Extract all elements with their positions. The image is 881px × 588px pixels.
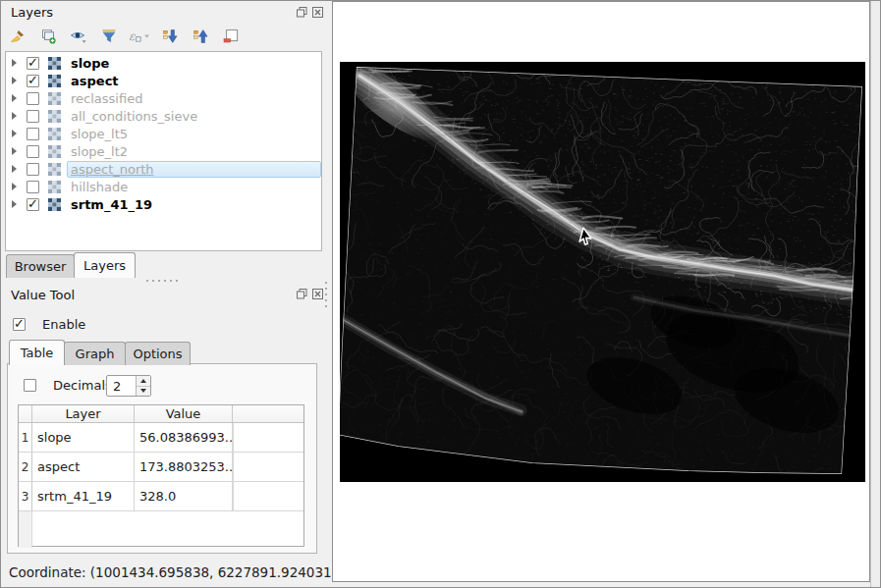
decimals-spinbox[interactable]: 2 <box>106 375 151 397</box>
brush-icon <box>9 28 27 44</box>
filter-by-expression-button[interactable]: ε <box>129 27 150 46</box>
tab-label: Options <box>133 347 182 361</box>
raster-layer-icon <box>48 92 61 105</box>
expander-icon[interactable] <box>12 77 17 84</box>
tab-options[interactable]: Options <box>125 342 191 365</box>
layer-label[interactable]: slope_lt5 <box>71 127 128 141</box>
enable-label: Enable <box>42 317 85 332</box>
layer-cell: srtm_41_19 <box>32 482 135 510</box>
layer-item-slope[interactable]: slope <box>6 54 321 72</box>
enable-checkbox[interactable] <box>13 318 26 331</box>
table-row: 1slope56.08386993... <box>19 423 303 453</box>
value-cell: 173.8803253... <box>135 453 233 481</box>
expander-icon[interactable] <box>12 147 17 155</box>
layer-label[interactable]: all_conditions_sieve <box>71 109 197 124</box>
value-table: Layer Value 1slope56.08386993...2aspect1… <box>18 404 304 547</box>
float-icon[interactable] <box>296 288 308 300</box>
layer-label[interactable]: slope_lt2 <box>71 144 128 159</box>
layer-tree: slope aspect reclassified all_conditions… <box>5 51 322 251</box>
layers-panel-title: Layers <box>11 5 53 20</box>
layer-cell: slope <box>32 423 135 452</box>
raster-layer-icon <box>48 57 61 70</box>
expander-icon[interactable] <box>12 183 17 190</box>
epsilon-icon: ε <box>128 28 151 44</box>
filter-legend-button[interactable] <box>98 27 120 46</box>
map-canvas[interactable] <box>332 1 870 582</box>
table-row: 3srtm_41_19328.0 <box>19 482 303 511</box>
remove-layer-button[interactable] <box>220 27 242 46</box>
table-row: 2aspect173.8803253... <box>19 453 303 482</box>
layer-item-aspect_north[interactable]: aspect_north <box>6 160 321 178</box>
layers-toolbar: ε <box>7 26 242 47</box>
close-icon[interactable] <box>311 6 324 19</box>
layer-item-srtm_41_19[interactable]: srtm_41_19 <box>6 195 321 213</box>
column-header-layer[interactable]: Layer <box>32 405 135 422</box>
close-icon[interactable] <box>311 288 324 300</box>
layer-visibility-checkbox[interactable] <box>27 163 39 176</box>
expand-all-button[interactable] <box>159 27 181 46</box>
layer-visibility-checkbox[interactable] <box>27 128 39 140</box>
layer-visibility-checkbox[interactable] <box>27 57 39 70</box>
decimals-checkbox[interactable] <box>24 379 36 392</box>
layer-item-slope_lt5[interactable]: slope_lt5 <box>6 125 321 142</box>
dock-splitter-handle[interactable] <box>325 282 327 307</box>
layer-label[interactable]: reclassified <box>71 91 142 106</box>
expander-icon[interactable] <box>12 94 17 102</box>
expander-icon[interactable] <box>12 130 17 137</box>
tab-table[interactable]: Table <box>9 340 65 365</box>
decimals-value: 2 <box>107 376 136 396</box>
expand-all-icon <box>162 28 179 44</box>
layer-item-reclassified[interactable]: reclassified <box>6 89 321 107</box>
tab-graph[interactable]: Graph <box>64 342 126 365</box>
raster-layer-icon <box>48 145 61 158</box>
expander-icon[interactable] <box>12 200 17 208</box>
layer-visibility-checkbox[interactable] <box>27 198 39 211</box>
expander-icon[interactable] <box>12 59 17 67</box>
tab-label: Graph <box>76 347 115 361</box>
value-cell: 328.0 <box>135 482 233 510</box>
layer-label[interactable]: slope <box>71 56 109 71</box>
layer-item-aspect[interactable]: aspect <box>6 72 321 89</box>
spin-down-icon[interactable] <box>137 386 150 397</box>
value-tool-tabbar: TableGraphOptions <box>9 340 191 365</box>
add-group-button[interactable] <box>37 27 59 46</box>
layer-item-slope_lt2[interactable]: slope_lt2 <box>6 142 321 160</box>
coordinate-status: Coordinate: (1001434.695838, 6227891.924… <box>9 561 337 583</box>
float-icon[interactable] <box>296 6 308 19</box>
expander-icon[interactable] <box>12 165 17 173</box>
layer-visibility-checkbox[interactable] <box>27 145 39 158</box>
tab-layers[interactable]: Layers <box>74 252 136 278</box>
layer-label[interactable]: aspect <box>71 74 119 88</box>
tab-browser[interactable]: Browser <box>6 254 75 278</box>
raster-layer-icon <box>48 163 61 176</box>
expander-icon[interactable] <box>12 112 17 120</box>
qgis-window: Layers ε slope aspect reclassified all_c… <box>0 0 881 588</box>
layer-label[interactable]: hillshade <box>71 180 128 194</box>
collapse-all-button[interactable] <box>190 27 211 46</box>
row-number: 1 <box>19 423 32 452</box>
panel-splitter-handle[interactable] <box>146 280 180 282</box>
add-group-icon <box>40 28 57 44</box>
layer-visibility-checkbox[interactable] <box>27 75 39 87</box>
layer-visibility-checkbox[interactable] <box>27 110 39 123</box>
spin-up-icon[interactable] <box>137 376 150 386</box>
value-cell: 56.08386993... <box>135 423 233 452</box>
raster-layer-icon <box>48 110 61 123</box>
layer-item-hillshade[interactable]: hillshade <box>6 178 321 195</box>
raster-layer-icon <box>48 181 61 193</box>
collapse-all-icon <box>193 28 209 44</box>
value-tool-title: Value Tool <box>11 288 75 302</box>
layer-label[interactable]: aspect_north <box>71 162 154 177</box>
layer-visibility-checkbox[interactable] <box>27 92 39 105</box>
manage-map-themes-button[interactable] <box>68 27 89 46</box>
remove-layer-icon <box>223 28 239 44</box>
layer-item-all_conditions_sieve[interactable]: all_conditions_sieve <box>6 107 321 125</box>
open-layer-styling-button[interactable] <box>7 27 28 46</box>
column-header-value[interactable]: Value <box>135 405 233 422</box>
tab-label: Table <box>21 346 54 360</box>
layer-label[interactable]: srtm_41_19 <box>71 197 152 212</box>
row-number: 2 <box>19 453 32 481</box>
funnel-icon <box>101 28 117 44</box>
layer-visibility-checkbox[interactable] <box>27 181 39 193</box>
row-number: 3 <box>19 482 32 510</box>
